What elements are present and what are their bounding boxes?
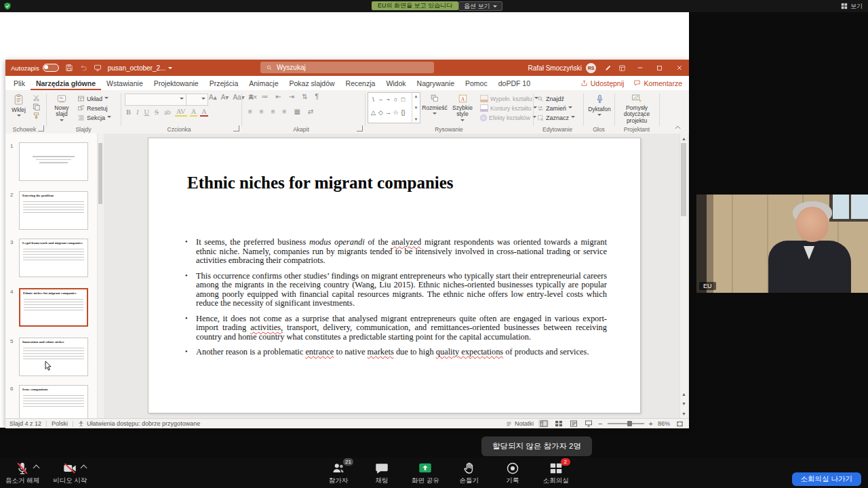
font-size-tool-1[interactable]: A▾ (220, 94, 231, 101)
shape-tool-8[interactable]: ☆ (392, 106, 399, 119)
menu-tab-6[interactable]: Pokaz slajdów (283, 76, 340, 90)
font-name-combo[interactable] (125, 94, 186, 106)
shape-tool-5[interactable]: △ (370, 106, 377, 119)
dictate-button[interactable]: Dyktafon (586, 92, 613, 124)
toolbar-video-off-button[interactable]: 비디오 시작 (53, 461, 87, 485)
collapse-ribbon-button[interactable] (675, 125, 681, 129)
toolbar-chat-button[interactable]: 채팅 (368, 461, 395, 485)
pen-icon[interactable] (604, 64, 612, 72)
designer-button[interactable]: Pomysły dotyczące projektu (617, 92, 656, 124)
font-size-combo[interactable] (186, 94, 208, 106)
scroll-down-icon[interactable]: ▼ (680, 409, 688, 418)
notes-button[interactable]: Notatki (506, 420, 534, 427)
view-button[interactable]: 보기 (841, 1, 863, 11)
shape-tool-9[interactable]: {} (399, 106, 407, 119)
font-style-tool-5[interactable]: AV (175, 108, 187, 117)
scroll-up-icon[interactable]: ▲ (680, 134, 688, 142)
shape-fill-button[interactable]: Wypełn. kształtu (480, 94, 538, 103)
toolbar-raise-hand-button[interactable]: 손들기 (456, 461, 483, 485)
slideshow-view-button[interactable] (583, 420, 593, 428)
menu-tab-10[interactable]: Pomoc (460, 76, 493, 90)
menu-tab-2[interactable]: Wstawianie (101, 76, 149, 90)
save-icon[interactable] (65, 64, 73, 72)
paragraph-tool-5[interactable]: ¶ (314, 93, 320, 100)
slide-bullets[interactable]: •It seems, the preferred business modus … (185, 238, 607, 363)
font-style-tool-3[interactable]: S (153, 108, 160, 116)
slide-sorter-view-button[interactable] (553, 420, 564, 428)
font-style-tool-6[interactable]: A (190, 108, 198, 117)
paste-button[interactable]: Wklej (7, 92, 30, 124)
accessibility-status[interactable]: Ułatwienia dostępu: dobrze przygotowane (78, 420, 200, 427)
paragraph-tool-0[interactable]: ≣ (247, 93, 255, 100)
find-button[interactable]: Znajdź (537, 94, 564, 103)
autosave-toggle[interactable] (43, 64, 59, 72)
shape-tool-0[interactable]: \ (370, 94, 377, 106)
menu-tab-7[interactable]: Recenzja (340, 76, 381, 90)
menu-tab-0[interactable]: Plik (8, 76, 31, 90)
shape-effects-button[interactable]: Efekty kształtów (480, 113, 536, 122)
maximize-button[interactable] (650, 60, 669, 76)
replace-button[interactable]: Zamień (537, 104, 572, 113)
menu-tab-11[interactable]: doPDF 10 (493, 76, 536, 90)
new-slide-button[interactable]: Nowy slajd (49, 92, 75, 124)
search-box[interactable]: Wyszukaj (260, 62, 434, 73)
alignment-tool-1[interactable]: ≡ (258, 108, 265, 115)
menu-tab-4[interactable]: Przejścia (204, 76, 244, 90)
alignment-tool-2[interactable]: ≡ (270, 108, 277, 115)
menu-tab-3[interactable]: Projektowanie (149, 76, 204, 90)
chevron-up-icon[interactable] (81, 464, 87, 471)
copy-icon[interactable] (33, 103, 40, 110)
menu-tab-1[interactable]: Narzędzia główne (31, 76, 101, 90)
panel-scrollbar[interactable] (97, 134, 104, 418)
chevron-up-icon[interactable] (33, 464, 40, 471)
account-name[interactable]: Rafał Smoczyński (528, 64, 582, 72)
menu-tab-5[interactable]: Animacje (243, 76, 283, 90)
ribbon-display-options-icon[interactable] (618, 64, 626, 72)
font-style-tool-0[interactable]: B (125, 108, 132, 116)
shape-outline-button[interactable]: Kontury kształtu (480, 104, 537, 113)
close-button[interactable] (669, 60, 689, 76)
minimize-button[interactable] (630, 60, 650, 76)
cut-icon[interactable] (33, 94, 40, 102)
zoom-slider[interactable] (608, 423, 644, 424)
font-style-tool-2[interactable]: U (143, 108, 151, 116)
toolbar-mic-off-button[interactable]: 음소거 해제 (5, 461, 39, 485)
toolbar-share-screen-button[interactable]: 화면 공유 (412, 461, 439, 485)
slide-title[interactable]: Ethnic niches for migrant companies (187, 174, 608, 192)
select-button[interactable]: Zaznacz (537, 113, 575, 122)
view-options-dropdown[interactable]: 옵션 보기 (458, 1, 502, 11)
next-slide-icon[interactable]: ▼ (680, 399, 688, 407)
zoom-percentage[interactable]: 86% (658, 420, 670, 427)
menu-tab-9[interactable]: Nagrywanie (412, 76, 460, 90)
participant-video[interactable]: EU (696, 195, 868, 293)
shape-tool-4[interactable]: □ (399, 94, 407, 106)
fit-slide-button[interactable] (675, 420, 685, 428)
share-button[interactable]: Udostępnij (580, 79, 625, 87)
menu-tab-8[interactable]: Widok (380, 76, 411, 90)
shape-gallery-scroll[interactable]: ▲▼▼ (412, 93, 420, 123)
alignment-tool-4[interactable]: ▦ (292, 108, 301, 115)
section-button[interactable]: Sekcja (77, 113, 111, 122)
arrange-button[interactable]: Rozmieść (422, 92, 448, 124)
font-style-tool-7[interactable]: A (200, 108, 208, 117)
paragraph-tool-2[interactable]: ⇤ (274, 93, 282, 100)
paragraph-tool-4[interactable]: ⇅ (300, 93, 309, 100)
leave-breakout-button[interactable]: 소회의실 나가기 (792, 472, 861, 486)
layout-button[interactable]: Układ (77, 94, 108, 103)
slide-canvas[interactable]: Ethnic niches for migrant companies •It … (148, 138, 641, 413)
shape-tool-2[interactable]: ~ (384, 94, 392, 106)
shape-tool-3[interactable]: ○ (392, 94, 399, 106)
comments-button[interactable]: Komentarze (633, 79, 682, 87)
toolbar-participants-button[interactable]: 21참가자 (325, 461, 352, 485)
shape-tool-6[interactable]: ◇ (377, 106, 384, 119)
alignment-tool-5[interactable]: ⇄ (307, 108, 315, 115)
quick-styles-button[interactable]: A Szybkie style (448, 92, 477, 124)
alignment-tool-0[interactable]: ≡ (247, 108, 254, 115)
shape-gallery[interactable]: \−~○□△◇→☆{} ▲▼▼ (368, 92, 420, 123)
font-style-tool-1[interactable]: I (135, 108, 140, 116)
toolbar-breakout-button[interactable]: 2소회의실 (542, 461, 570, 485)
font-style-tool-4[interactable]: ab (163, 108, 172, 116)
paragraph-tool-1[interactable]: ≔ (260, 93, 269, 100)
document-title[interactable]: pusan_october_2... (108, 64, 173, 72)
undo-icon[interactable] (79, 64, 87, 72)
